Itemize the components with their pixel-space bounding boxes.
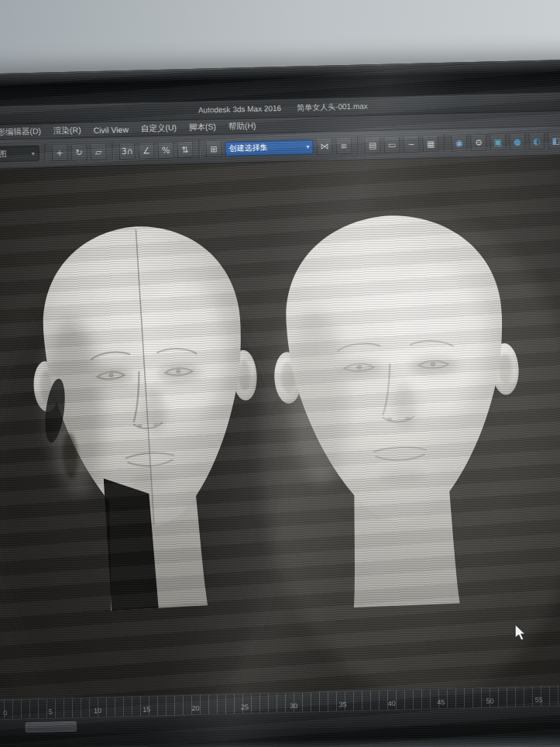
toolbar-separator: [112, 142, 114, 160]
select-and-rotate-icon[interactable]: ↻: [70, 144, 88, 161]
app-title: Autodesk 3ds Max 2016: [198, 104, 282, 115]
timeline-tick-label: 5: [48, 707, 52, 715]
timeline-tick-label: 10: [94, 707, 101, 714]
timeline-tick-label: 20: [191, 704, 199, 712]
render-setup-icon[interactable]: ⚙: [470, 134, 487, 151]
material-editor-icon[interactable]: ◉: [451, 135, 468, 152]
select-and-move-icon[interactable]: +: [51, 144, 68, 161]
menu-item-scripting[interactable]: 脚本(S): [189, 122, 216, 133]
menu-item-graph-editors[interactable]: 图形编辑器(D): [0, 126, 41, 138]
named-selection-set-combo[interactable]: 创建选择集 ▾: [225, 139, 313, 157]
timeline-tick-label: 55: [535, 696, 543, 704]
curve-editor-icon[interactable]: ~: [403, 136, 420, 153]
mouse-cursor: [514, 625, 527, 645]
toolbar-separator: [44, 143, 46, 162]
menu-item-help[interactable]: 帮助(H): [228, 120, 256, 132]
percent-snap-icon[interactable]: %: [157, 142, 174, 159]
rendered-frame-icon[interactable]: ▣: [490, 133, 507, 150]
chevron-down-icon: ▾: [306, 143, 309, 150]
viewport[interactable]: [0, 154, 560, 699]
render-iterative-icon[interactable]: ◐: [528, 133, 545, 150]
menu-item-civil-view[interactable]: Civil View: [93, 124, 129, 134]
schematic-view-icon[interactable]: ▦: [422, 136, 439, 153]
timeline-tick-label: 40: [388, 700, 396, 707]
cursor-arrow-icon: [514, 625, 527, 642]
time-slider-handle[interactable]: [26, 721, 77, 733]
render-production-icon[interactable]: ●: [509, 133, 526, 150]
align-icon[interactable]: ≡: [335, 137, 352, 154]
layer-manager-icon[interactable]: ▤: [364, 136, 381, 153]
mirror-icon[interactable]: ⋈: [316, 138, 333, 155]
spinner-snap-icon[interactable]: ⇅: [177, 141, 194, 158]
graphite-ribbon-icon[interactable]: ▭: [383, 136, 400, 153]
angle-snap-icon[interactable]: ∠: [138, 143, 155, 160]
snap-toggle-3d-icon[interactable]: 3∩: [119, 143, 136, 160]
toolbar-separator: [444, 134, 446, 153]
timeline-tick-label: 35: [338, 701, 346, 708]
open-explorer-icon[interactable]: ◧: [548, 133, 560, 150]
timeline-tick-label: 45: [437, 698, 445, 706]
viewport-layout-dropdown[interactable]: 视图 ▾: [0, 146, 40, 163]
timeline-tick-label: 0: [3, 709, 7, 717]
toolbar-separator: [357, 136, 359, 155]
monitor: Autodesk 3ds Max 2016 简单女人头-001.max 图形编辑…: [0, 59, 560, 747]
chevron-down-icon: ▾: [32, 150, 35, 157]
keyboard-shortcut-override-icon[interactable]: ⊞: [205, 140, 222, 157]
timeline-tick-label: 25: [241, 703, 249, 711]
select-and-scale-icon[interactable]: ▱: [90, 143, 107, 160]
menu-item-rendering[interactable]: 渲染(R): [53, 125, 81, 136]
menu-item-customize[interactable]: 自定义(U): [141, 122, 177, 134]
document-title: 简单女人头-001.max: [297, 101, 368, 113]
viewport-canvas[interactable]: [0, 154, 560, 699]
timeline-tick-label: 50: [486, 697, 493, 705]
toolbar-separator: [198, 140, 201, 159]
timeline-tick-label: 15: [143, 705, 150, 713]
viewport-layout-label: 视图: [0, 149, 7, 160]
timeline-tick-label: 30: [290, 702, 297, 710]
named-selection-set-value: 创建选择集: [228, 142, 267, 153]
screen: Autodesk 3ds Max 2016 简单女人头-001.max 图形编辑…: [0, 91, 560, 747]
